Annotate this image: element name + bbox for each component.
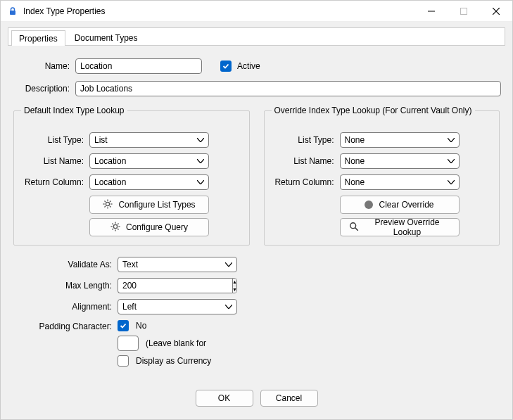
description-label: Description:: [12, 84, 75, 94]
dot-icon: [365, 201, 373, 209]
tab-document-types[interactable]: Document Types: [67, 30, 146, 45]
ok-button[interactable]: OK: [196, 390, 253, 407]
gear-icon: [110, 222, 120, 234]
window: Index Type Properties Properties Documen…: [0, 0, 513, 420]
button-label: OK: [218, 393, 230, 403]
configure-query-button[interactable]: Configure Query: [89, 218, 209, 236]
clear-override-button[interactable]: Clear Override: [340, 196, 460, 214]
tabs: Properties Document Types: [8, 27, 505, 46]
padding-hint: (Leave blank for: [146, 338, 206, 348]
form: Name: Active Description: Default Index …: [8, 46, 505, 384]
padding-no-label: No: [136, 321, 146, 331]
return-column-select[interactable]: Location: [89, 174, 209, 190]
default-lookup-legend: Default Index Type Lookup: [21, 106, 127, 115]
padding-character-label: Padding Character:: [12, 320, 118, 331]
cancel-button[interactable]: Cancel: [260, 390, 318, 407]
tab-properties[interactable]: Properties: [11, 30, 65, 46]
max-length-spinner[interactable]: ▲ ▼: [118, 278, 237, 293]
override-lookup-legend: Override Index Type Lookup (For Current …: [272, 106, 475, 115]
tab-label: Document Types: [75, 33, 138, 43]
svg-point-23: [350, 222, 355, 228]
list-type-label: List Type:: [273, 135, 340, 145]
button-label: Configure List Types: [118, 200, 195, 210]
list-name-label: List Name:: [273, 156, 340, 166]
active-label: Active: [237, 61, 260, 71]
display-currency-label: Display as Currency: [136, 356, 211, 366]
list-type-select[interactable]: List: [89, 132, 209, 148]
max-length-label: Max Length:: [12, 281, 118, 291]
override-list-type-select[interactable]: None: [340, 132, 460, 148]
svg-line-20: [118, 229, 118, 229]
client-area: Properties Document Types Name: Active D…: [1, 22, 512, 419]
svg-line-13: [105, 206, 106, 207]
gear-icon: [103, 199, 113, 211]
svg-line-10: [105, 201, 106, 201]
validate-as-select[interactable]: Text: [118, 257, 237, 272]
list-name-select[interactable]: Location: [89, 153, 209, 169]
dialog-buttons: OK Cancel: [8, 384, 505, 412]
button-label: Configure Query: [126, 222, 188, 232]
override-lookup-group: Override Index Type Lookup (For Current …: [264, 110, 500, 246]
spinner-buttons[interactable]: ▲ ▼: [232, 278, 237, 293]
preview-override-button[interactable]: Preview Override Lookup: [340, 218, 460, 236]
titlebar: Index Type Properties: [1, 1, 512, 22]
minimize-button[interactable]: [415, 1, 448, 21]
svg-line-22: [112, 229, 113, 229]
search-icon: [349, 222, 359, 234]
button-label: Clear Override: [379, 200, 433, 210]
window-controls: [415, 1, 512, 21]
active-checkbox[interactable]: [220, 61, 232, 72]
svg-line-12: [110, 201, 110, 201]
alignment-select[interactable]: Left: [118, 299, 237, 314]
spin-down-icon[interactable]: ▼: [233, 286, 236, 293]
spin-up-icon[interactable]: ▲: [233, 279, 236, 286]
name-input[interactable]: [75, 58, 202, 74]
svg-point-5: [106, 202, 110, 205]
maximize-button[interactable]: [448, 1, 480, 21]
svg-line-21: [118, 223, 118, 224]
return-column-label: Return Column:: [23, 177, 89, 187]
window-title: Index Type Properties: [23, 6, 415, 16]
list-type-label: List Type:: [23, 135, 89, 145]
button-label: Cancel: [276, 393, 302, 403]
padding-character-input[interactable]: [118, 336, 139, 351]
override-return-column-select[interactable]: None: [340, 174, 460, 190]
configure-list-types-button[interactable]: Configure List Types: [89, 196, 209, 214]
button-label: Preview Override Lookup: [365, 217, 450, 237]
svg-rect-2: [461, 8, 467, 14]
default-lookup-group: Default Index Type Lookup List Type: Lis…: [13, 110, 250, 246]
svg-rect-0: [10, 11, 15, 15]
svg-line-11: [110, 206, 110, 207]
padding-no-checkbox[interactable]: [118, 320, 129, 331]
tab-label: Properties: [19, 34, 58, 44]
svg-line-19: [112, 223, 113, 224]
display-currency-checkbox[interactable]: [118, 355, 129, 367]
description-input[interactable]: [75, 81, 501, 96]
close-button[interactable]: [480, 1, 512, 21]
return-column-label: Return Column:: [273, 177, 340, 187]
name-label: Name:: [12, 61, 75, 71]
override-list-name-select[interactable]: None: [340, 153, 460, 169]
alignment-label: Alignment:: [12, 302, 118, 312]
list-name-label: List Name:: [23, 156, 89, 166]
lock-icon: [6, 6, 19, 16]
validate-as-label: Validate As:: [12, 260, 118, 269]
svg-line-24: [355, 227, 357, 230]
svg-point-14: [113, 224, 117, 228]
max-length-input[interactable]: [118, 278, 232, 293]
